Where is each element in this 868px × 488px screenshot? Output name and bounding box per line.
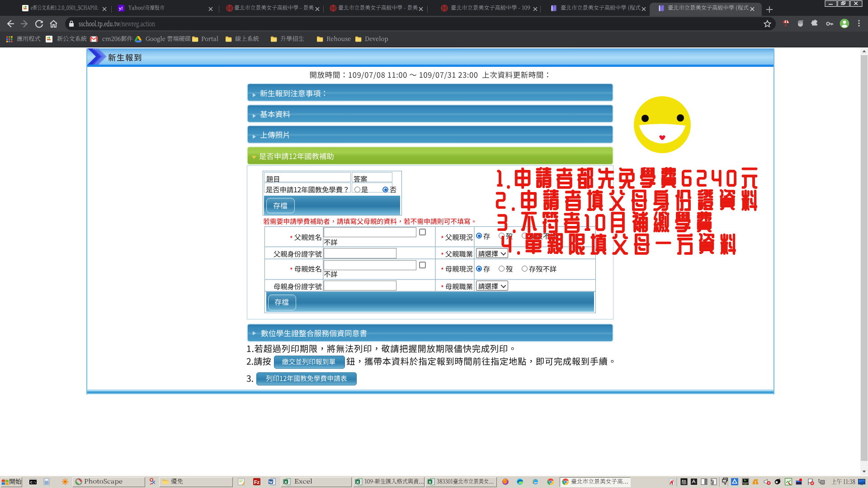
svg-text:X: X [284,479,288,484]
svg-text:X: X [356,479,359,484]
svg-text:C:\: C:\ [30,481,36,484]
svg-text:y!: y! [119,6,123,11]
svg-text:W: W [269,480,273,484]
svg-text:Fz: Fz [254,479,260,485]
svg-text:X: X [429,479,432,484]
